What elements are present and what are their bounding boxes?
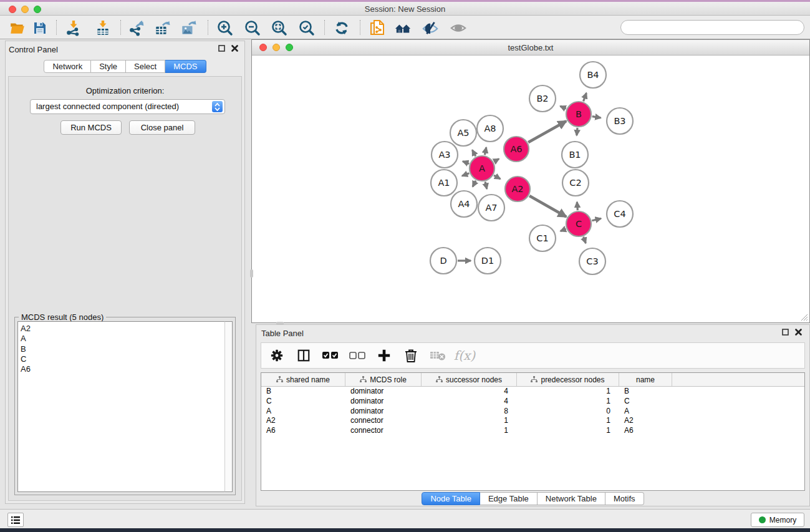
table-panel: Table Panel f(x) shared nameMCDS rol: [256, 324, 810, 506]
trash-icon[interactable]: [403, 347, 419, 364]
node-table[interactable]: shared nameMCDS rolesuccessor nodesprede…: [261, 372, 805, 491]
close-panel-icon[interactable]: [231, 45, 238, 52]
mcds-result-item[interactable]: A6: [21, 364, 224, 374]
edge-A-A7[interactable]: [485, 181, 487, 188]
edge-A-A4[interactable]: [473, 181, 476, 187]
task-history-button[interactable]: [7, 513, 24, 527]
column-type-icon: [360, 376, 367, 383]
edge-A-A1[interactable]: [462, 173, 469, 176]
mcds-result-scrollbar[interactable]: [224, 321, 233, 492]
splitter-handle-vertical[interactable]: [250, 269, 253, 278]
close-panel-icon[interactable]: [795, 329, 802, 336]
table-row[interactable]: Adominator80A: [261, 407, 804, 417]
zoom-out-icon[interactable]: [244, 19, 261, 37]
node-label-B3: B3: [614, 116, 625, 126]
tab-network-table[interactable]: Network Table: [538, 492, 605, 505]
edge-A6-B[interactable]: [528, 121, 566, 142]
tab-edge-table[interactable]: Edge Table: [480, 492, 538, 505]
zoom-fit-icon[interactable]: [271, 19, 288, 37]
table-header-row: shared nameMCDS rolesuccessor nodesprede…: [261, 373, 804, 387]
column-header-MCDS-role[interactable]: MCDS role: [345, 373, 422, 386]
edge-B-B3[interactable]: [592, 117, 601, 118]
edge-A2-C[interactable]: [529, 196, 566, 217]
refresh-icon[interactable]: [333, 19, 350, 37]
tab-mcds[interactable]: MCDS: [165, 60, 206, 73]
mcds-result-item[interactable]: B: [21, 344, 224, 354]
split-columns-icon[interactable]: [296, 347, 312, 364]
network-graph[interactable]: AA1A2A3A4A5A6A7A8BB1B2B3B4CC1C2C3C4DD1: [252, 56, 809, 322]
table-panel-title: Table Panel: [261, 329, 304, 338]
open-file-icon[interactable]: [9, 19, 26, 37]
tab-node-table[interactable]: Node Table: [422, 492, 480, 505]
import-table-icon[interactable]: [94, 19, 112, 37]
table-row[interactable]: Bdominator41B: [261, 387, 804, 397]
mcds-result-item[interactable]: A: [21, 334, 224, 344]
node-label-D: D: [440, 256, 446, 266]
column-header-name[interactable]: name: [619, 373, 672, 386]
network-window-titlebar[interactable]: testGlobe.txt: [252, 40, 809, 56]
search-input[interactable]: [620, 20, 804, 35]
import-network-icon[interactable]: [65, 19, 82, 37]
node-label-C4: C4: [614, 209, 625, 219]
node-label-B: B: [576, 109, 582, 119]
float-panel-icon[interactable]: [218, 45, 225, 52]
network-canvas[interactable]: AA1A2A3A4A5A6A7A8BB1B2B3B4CC1C2C3C4DD1: [252, 56, 809, 322]
column-header-predecessor-nodes[interactable]: predecessor nodes: [517, 373, 619, 386]
table-row[interactable]: Cdominator41C: [261, 397, 804, 407]
resize-grip-icon[interactable]: [801, 314, 808, 321]
edge-C-C1[interactable]: [561, 229, 566, 231]
node-label-C2: C2: [569, 178, 581, 188]
edge-A-A6[interactable]: [494, 159, 499, 162]
export-network-icon[interactable]: [128, 19, 145, 37]
table-cell: A6: [619, 426, 672, 436]
hide-graphics-details-icon[interactable]: [422, 19, 439, 37]
edge-B-B2[interactable]: [560, 106, 566, 109]
mcds-result-list[interactable]: A2ABCA6: [17, 321, 224, 492]
new-network-from-file-icon[interactable]: [369, 19, 387, 37]
gear-icon[interactable]: [269, 347, 285, 364]
memory-label: Memory: [769, 516, 796, 525]
toolbar-separator: [120, 20, 121, 35]
criterion-select[interactable]: largest connected component (directed): [30, 99, 225, 114]
close-panel-button[interactable]: Close panel: [129, 120, 195, 135]
edge-C-C4[interactable]: [592, 218, 600, 221]
memory-button[interactable]: Memory: [751, 513, 804, 527]
run-mcds-button[interactable]: Run MCDS: [60, 120, 122, 135]
checked-boxes-icon[interactable]: [322, 347, 339, 364]
table-cell: 4: [422, 387, 517, 397]
edge-A-A3[interactable]: [463, 162, 469, 164]
mcds-result-item[interactable]: A2: [21, 324, 224, 334]
tab-select[interactable]: Select: [126, 60, 165, 73]
save-session-icon[interactable]: [31, 19, 49, 37]
edge-B-B1[interactable]: [577, 128, 577, 135]
column-header-shared-name[interactable]: shared name: [261, 373, 345, 386]
home-overview-icon[interactable]: [395, 19, 412, 37]
zoom-selected-icon[interactable]: [298, 19, 316, 37]
tab-motifs[interactable]: Motifs: [605, 492, 644, 505]
table-row[interactable]: A2connector11A2: [261, 416, 804, 426]
edge-C-C2[interactable]: [577, 202, 577, 210]
column-header-filler: [672, 373, 804, 386]
table-cell: dominator: [345, 387, 422, 397]
edge-A-A5[interactable]: [472, 150, 475, 156]
edge-B-B4[interactable]: [584, 93, 587, 101]
export-table-icon[interactable]: [153, 19, 171, 37]
table-cell: A2: [619, 416, 672, 426]
tab-network[interactable]: Network: [44, 60, 91, 73]
add-icon[interactable]: [376, 347, 392, 364]
zoom-in-icon[interactable]: [216, 19, 234, 37]
float-panel-icon[interactable]: [782, 329, 789, 336]
show-graphics-details-icon[interactable]: [450, 19, 467, 37]
column-type-icon: [276, 376, 283, 383]
tab-style[interactable]: Style: [91, 60, 126, 73]
export-image-icon[interactable]: [180, 19, 197, 37]
app-title: Session: New Session: [0, 4, 810, 14]
edge-A-A2[interactable]: [494, 175, 500, 179]
edge-C-C3[interactable]: [584, 237, 586, 243]
unchecked-boxes-icon[interactable]: [349, 347, 365, 364]
column-header-successor-nodes[interactable]: successor nodes: [422, 373, 517, 386]
edge-A-A8[interactable]: [485, 147, 486, 155]
node-label-A1: A1: [438, 178, 450, 188]
mcds-result-item[interactable]: C: [21, 354, 224, 364]
table-row[interactable]: A6connector11A6: [261, 426, 804, 436]
